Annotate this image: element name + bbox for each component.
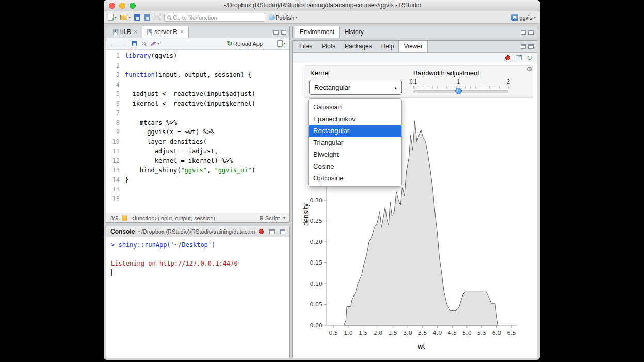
- save-icon[interactable]: [132, 41, 137, 46]
- minimize-pane-icon[interactable]: [521, 44, 526, 49]
- minimize-window-button[interactable]: [119, 3, 125, 9]
- chevron-down-icon: ▾: [128, 15, 131, 20]
- svg-text:6.0: 6.0: [492, 330, 502, 336]
- new-file-button[interactable]: ▾: [108, 14, 117, 21]
- code-editor[interactable]: 1library(ggvis)2 3function(input, output…: [106, 50, 289, 213]
- code-line: 14}: [106, 175, 289, 185]
- console-title[interactable]: Console: [110, 228, 135, 235]
- file-type-label[interactable]: R Script: [260, 215, 280, 221]
- svg-text:density: density: [302, 203, 310, 226]
- viewer-tabbar: FilesPlotsPackagesHelpViewer: [293, 41, 537, 53]
- tab-packages[interactable]: Packages: [340, 41, 377, 52]
- tab-files[interactable]: Files: [295, 41, 317, 52]
- window-title: ~/Dropbox (RStudio)/RStudio/training/dat…: [104, 0, 540, 11]
- slider-mid-label: 1: [452, 79, 464, 85]
- goto-file-box[interactable]: [164, 13, 265, 22]
- code-line: 12 kernel = ikernel) %>%: [106, 156, 289, 166]
- stop-app-icon[interactable]: [505, 55, 510, 60]
- environment-tabbar: EnvironmentHistory: [293, 26, 537, 38]
- console-lines: > shiny::runApp('~/Desktop') Listening o…: [111, 240, 285, 268]
- maximize-pane-icon[interactable]: [280, 229, 285, 234]
- viewer-pane: FilesPlotsPackagesHelpViewer ↻ 0.000.050…: [292, 40, 537, 358]
- dropdown-option-biweight[interactable]: Biweight: [309, 149, 401, 160]
- tab-environment[interactable]: Environment: [295, 26, 340, 38]
- new-document-icon: [108, 14, 114, 21]
- code-line: 5 iadjust <- reactive(input$adjust): [106, 89, 289, 99]
- console-line: > shiny::runApp('~/Desktop'): [111, 240, 285, 250]
- svg-text:3.5: 3.5: [418, 330, 427, 336]
- project-menu-button[interactable]: ggvis ▾: [511, 14, 536, 21]
- titlebar[interactable]: ~/Dropbox (RStudio)/RStudio/training/dat…: [104, 0, 540, 11]
- dropdown-option-rectangular[interactable]: Rectangular: [309, 125, 401, 137]
- open-file-button[interactable]: ▾: [120, 15, 131, 20]
- code-line: 6 ikernel <- reactive(input$kernel): [106, 99, 289, 109]
- close-icon[interactable]: ×: [134, 28, 137, 36]
- close-window-button[interactable]: [109, 3, 115, 9]
- minimize-pane-icon[interactable]: [273, 30, 279, 35]
- refresh-icon[interactable]: ↻: [527, 55, 533, 61]
- kernel-select-value: Rectangular: [314, 84, 350, 91]
- svg-text:0.25: 0.25: [310, 218, 323, 224]
- tab-history[interactable]: History: [340, 26, 368, 38]
- text-cursor: [111, 269, 112, 276]
- minimize-pane-icon[interactable]: [269, 229, 275, 234]
- svg-text:2.5: 2.5: [388, 330, 397, 336]
- source-tabbar: ui.R × server.R ×: [106, 26, 289, 38]
- reload-app-button[interactable]: ↻ Reload App: [227, 40, 263, 47]
- scope-label[interactable]: <function>(input, output, session): [131, 215, 215, 221]
- code-line: 15: [106, 185, 289, 194]
- save-button[interactable]: [134, 14, 140, 21]
- svg-text:0.5: 0.5: [329, 330, 338, 336]
- find-icon[interactable]: [142, 42, 146, 45]
- tab-plots[interactable]: Plots: [317, 41, 340, 52]
- source-pane: ui.R × server.R × ← → ▾ ↻ Reload App: [106, 26, 290, 223]
- close-icon[interactable]: ×: [180, 28, 184, 36]
- bandwidth-label: Bandwidth adjustment: [413, 69, 479, 77]
- reload-icon: ↻: [227, 40, 232, 47]
- maximize-pane-icon[interactable]: [528, 30, 534, 35]
- dropdown-option-cosine[interactable]: Cosine: [309, 160, 401, 172]
- print-button[interactable]: [154, 15, 160, 20]
- svg-text:6.5: 6.5: [507, 330, 516, 336]
- kernel-dropdown: GaussianEpanechnikovRectangularTriangula…: [308, 98, 402, 187]
- publish-button[interactable]: Publish ▾: [269, 14, 297, 21]
- tab-help[interactable]: Help: [377, 41, 399, 52]
- open-in-new-window-icon[interactable]: [516, 55, 522, 60]
- chevron-down-icon: ▾: [283, 216, 285, 220]
- back-icon[interactable]: ←: [110, 41, 116, 47]
- svg-text:1.5: 1.5: [359, 330, 368, 336]
- gear-icon[interactable]: ⚙: [526, 65, 533, 73]
- goto-file-input[interactable]: [173, 14, 262, 21]
- save-all-button[interactable]: [144, 14, 150, 21]
- dropdown-option-optcosine[interactable]: Optcosine: [309, 172, 401, 184]
- kernel-label: Kernel: [310, 69, 330, 77]
- dropdown-option-triangular[interactable]: Triangular: [309, 137, 401, 149]
- tab-server-r[interactable]: server.R ×: [142, 26, 189, 38]
- console-header: Console ~/Dropbox (RStudio)/RStudio/trai…: [106, 226, 289, 237]
- interrupt-icon[interactable]: [259, 229, 264, 234]
- folder-icon: [120, 15, 127, 20]
- slider-handle[interactable]: [455, 88, 462, 94]
- tab-viewer[interactable]: Viewer: [398, 41, 427, 52]
- console-body[interactable]: > shiny::runApp('~/Desktop') Listening o…: [106, 237, 289, 279]
- minimize-pane-icon[interactable]: [521, 30, 526, 35]
- rstudio-window: ~/Dropbox (RStudio)/RStudio/training/dat…: [104, 0, 540, 360]
- maximize-pane-icon[interactable]: [281, 30, 286, 35]
- console-path: ~/Dropbox (RStudio)/RStudio/training/dat…: [138, 228, 255, 235]
- zoom-window-button[interactable]: [130, 3, 136, 9]
- dropdown-option-epanechnikov[interactable]: Epanechnikov: [309, 113, 401, 125]
- maximize-pane-icon[interactable]: [528, 44, 534, 49]
- chevron-up-icon: ▴: [394, 85, 397, 90]
- editor-statusbar: 8:9 <function>(input, output, session) R…: [106, 213, 289, 222]
- editor-toolbar: ← → ▾ ↻ Reload App ▾: [106, 38, 289, 50]
- desktop-background: ~/Dropbox (RStudio)/RStudio/training/dat…: [0, 0, 644, 362]
- source-menu-button[interactable]: ▾: [277, 40, 286, 47]
- tab-ui-r[interactable]: ui.R ×: [108, 26, 142, 38]
- code-tools-button[interactable]: ▾: [150, 42, 159, 46]
- traffic-lights: [109, 3, 136, 9]
- code-lines: 1library(ggvis)2 3function(input, output…: [106, 51, 289, 204]
- chevron-down-icon: ▾: [284, 42, 286, 46]
- dropdown-option-gaussian[interactable]: Gaussian: [309, 101, 401, 113]
- forward-icon[interactable]: →: [121, 41, 127, 47]
- kernel-select[interactable]: Rectangular ▴: [309, 80, 402, 95]
